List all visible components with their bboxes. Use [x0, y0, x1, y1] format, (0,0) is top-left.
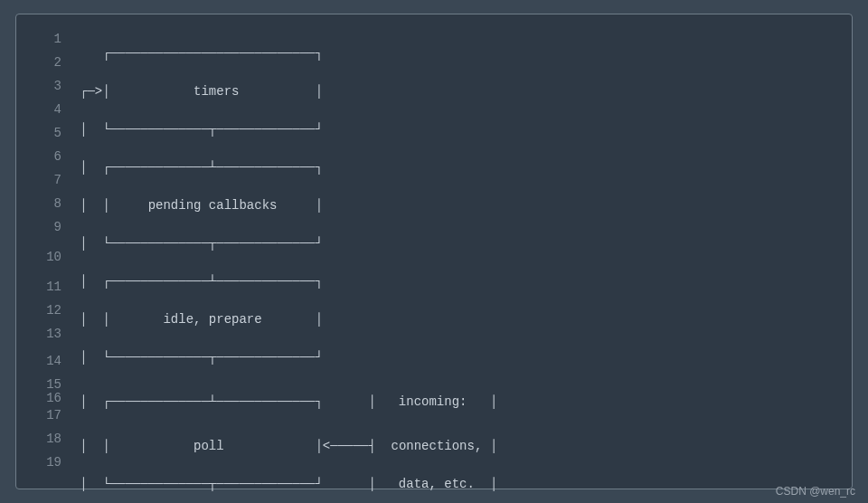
line-number: 13	[16, 322, 71, 346]
line-number: 7	[16, 168, 71, 192]
line-number: 18	[16, 427, 71, 451]
line-number: 12	[16, 299, 71, 322]
line-number: 15	[16, 376, 71, 393]
stage-timers: timers	[193, 84, 239, 99]
diagram-row: │ │ poll │<─────┤ connections, │	[80, 434, 843, 458]
line-number: 8	[16, 192, 71, 215]
incoming-connections: connections,	[391, 439, 482, 453]
line-number: 11	[16, 275, 71, 299]
watermark: CSDN @wen_rc	[776, 485, 855, 498]
line-number: 14	[16, 346, 71, 376]
line-number-gutter: 1 2 3 4 5 6 7 8 9 10 11 12 13 14 15 16 1…	[16, 27, 71, 476]
line-number: 9	[16, 215, 71, 239]
line-number: 16	[16, 393, 71, 403]
diagram-row: │ └─────────────┬─────────────┘	[80, 118, 843, 141]
line-number: 10	[16, 239, 71, 275]
code-block-frame: 1 2 3 4 5 6 7 8 9 10 11 12 13 14 15 16 1…	[15, 14, 853, 489]
diagram-row: ┌───────────────────────────┐	[80, 42, 843, 65]
diagram-row: │ ┌─────────────┴─────────────┐	[80, 156, 843, 179]
diagram-row: │ └─────────────┬─────────────┘ │ data, …	[80, 472, 843, 496]
diagram-row: │ └─────────────┬─────────────┘	[80, 232, 843, 255]
line-number: 1	[16, 27, 71, 51]
line-number: 2	[16, 51, 71, 74]
line-number: 17	[16, 403, 71, 427]
incoming-data: data, etc.	[399, 477, 475, 491]
line-number: 19	[16, 451, 71, 474]
diagram-row: │ ┌─────────────┴─────────────┐ │ incomi…	[80, 384, 843, 420]
line-number: 6	[16, 145, 71, 168]
ascii-diagram: ┌───────────────────────────┐ ┌─>│ timer…	[80, 27, 843, 476]
stage-poll: poll	[193, 439, 224, 453]
stage-idle: idle, prepare	[163, 312, 261, 327]
line-number: 4	[16, 98, 71, 121]
diagram-row: │ └─────────────┬─────────────┘	[80, 346, 843, 369]
diagram-row: │ │ idle, prepare │	[80, 308, 843, 331]
stage-pending: pending callbacks	[148, 198, 278, 213]
diagram-row: │ │ pending callbacks │	[80, 194, 843, 217]
diagram-row: │ ┌─────────────┴─────────────┐	[80, 270, 843, 293]
line-number: 3	[16, 74, 71, 98]
diagram-row: ┌─>│ timers │	[80, 80, 843, 103]
incoming-label: incoming:	[399, 394, 467, 409]
line-number: 5	[16, 121, 71, 145]
